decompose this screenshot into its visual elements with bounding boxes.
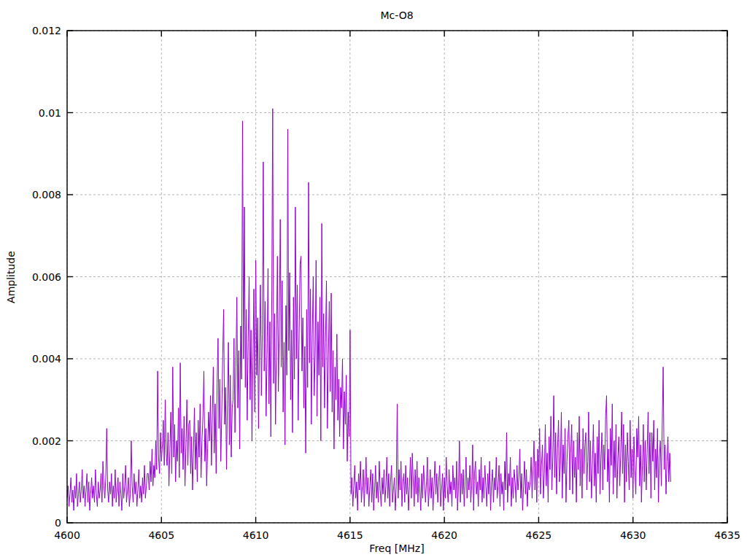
- x-tick-label-4615: 4615: [337, 529, 363, 541]
- x-tick-label-4600: 4600: [54, 529, 80, 541]
- y-tick-label-0.006: 0.006: [32, 271, 61, 283]
- y-tick-label-0.008: 0.008: [32, 189, 61, 201]
- spectrum-line: [67, 109, 670, 510]
- y-tick-label-0.012: 0.012: [32, 25, 61, 36]
- y-tick-label-0: 0: [55, 517, 61, 529]
- y-tick-label-0.002: 0.002: [32, 435, 61, 447]
- x-axis-label: Freq [MHz]: [369, 542, 424, 554]
- x-tick-label-4635: 4635: [714, 529, 740, 541]
- y-axis-label: Amplitude: [5, 251, 17, 303]
- x-tick-label-4630: 4630: [620, 529, 646, 541]
- chart-title: Mc-O8: [380, 9, 413, 21]
- spectrum-figure: Mc-O8 Freq [MHz] Amplitude 4600460546104…: [0, 0, 747, 560]
- plot-area: Mc-O8 Freq [MHz] Amplitude 4600460546104…: [0, 0, 747, 560]
- y-tick-label-0.01: 0.01: [39, 107, 61, 119]
- x-tick-label-4610: 4610: [243, 529, 269, 541]
- y-tick-label-0.004: 0.004: [32, 353, 61, 365]
- x-tick-label-4605: 4605: [148, 529, 174, 541]
- x-tick-label-4620: 4620: [431, 529, 457, 541]
- x-tick-label-4625: 4625: [526, 529, 552, 541]
